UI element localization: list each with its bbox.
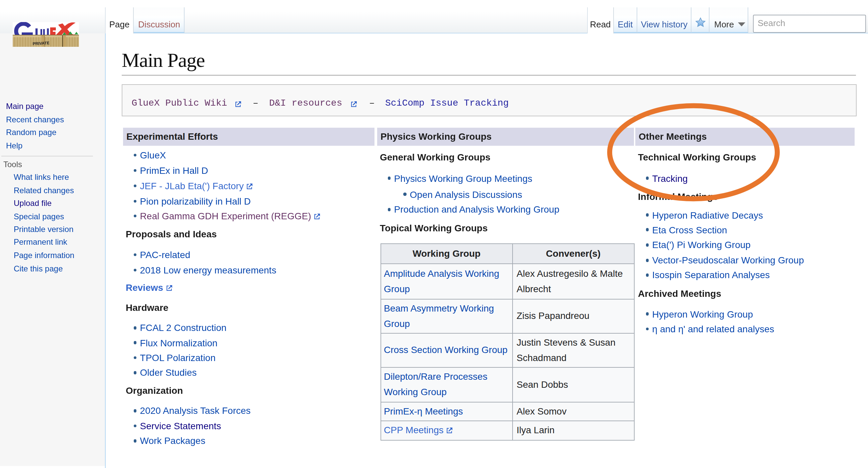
svg-text:PRIVATE: PRIVATE bbox=[32, 40, 50, 46]
